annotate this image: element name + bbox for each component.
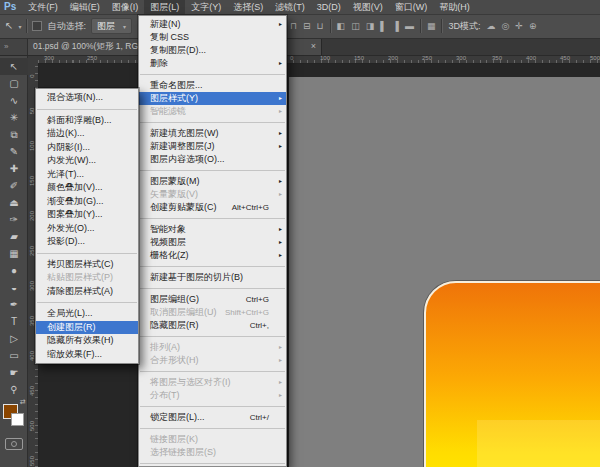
3d-orbit-icon[interactable]: ☁ — [486, 21, 495, 31]
pen-tool[interactable]: ✒ — [0, 296, 28, 313]
menu-item-label: 图案叠加(Y)... — [47, 208, 103, 222]
hand-tool[interactable]: ☛ — [0, 364, 28, 381]
quick-mask-button[interactable] — [5, 438, 23, 450]
align-right-edges-icon[interactable]: ◨ — [366, 21, 375, 31]
menubar-item[interactable]: 窗口(W) — [389, 0, 434, 14]
auto-align-layers-icon[interactable]: ▦ — [427, 21, 436, 31]
menu-item[interactable]: 缩放效果(F)... — [36, 348, 138, 362]
menubar-item[interactable]: 图像(I) — [106, 0, 145, 14]
menu-item[interactable]: 斜面和浮雕(B)... — [36, 114, 138, 128]
marquee-tool[interactable]: ▢ — [0, 75, 28, 92]
hand-tool-icon: ☛ — [10, 367, 19, 378]
menubar-item[interactable]: 文件(F) — [22, 0, 64, 14]
menu-item[interactable]: 新建(N)► — [139, 18, 286, 31]
menu-item[interactable]: 创建图层(R) — [36, 321, 138, 335]
healing-brush-tool[interactable]: ✚ — [0, 160, 28, 177]
menu-item[interactable]: 图案叠加(Y)... — [36, 208, 138, 222]
menubar-item[interactable]: 视图(V) — [347, 0, 389, 14]
options-divider — [26, 19, 27, 33]
menu-item[interactable]: 隐藏所有效果(H) — [36, 334, 138, 348]
document-tab-bar: » 01.psd @ 100%(矩形 1, RGB/8)* × — [0, 38, 600, 56]
menu-item-label: 将图层与选区对齐(I) — [150, 376, 231, 389]
menubar-item[interactable]: 文字(Y) — [185, 0, 227, 14]
menu-item[interactable]: 光泽(T)... — [36, 168, 138, 182]
menu-item[interactable]: 复制图层(D)... — [139, 44, 286, 57]
photoshop-logo: Ps — [4, 0, 16, 14]
tool-preset-caret-icon[interactable]: ▾ — [18, 23, 21, 30]
menubar-item[interactable]: 滤镜(T) — [269, 0, 311, 14]
align-bottom-edges-icon[interactable]: ⊔ — [317, 21, 324, 31]
3d-roll-icon[interactable]: ◎ — [501, 21, 509, 31]
menu-item[interactable]: 清除图层样式(A) — [36, 285, 138, 299]
menubar-item[interactable]: 图层(L) — [144, 0, 185, 14]
align-horizontal-centers-icon[interactable]: ◫ — [351, 21, 360, 31]
menubar-item[interactable]: 选择(S) — [227, 0, 269, 14]
auto-select-checkbox[interactable] — [32, 21, 42, 31]
zoom-tool[interactable]: ⚲ — [0, 381, 28, 398]
menu-item[interactable]: 锁定图层(L)...Ctrl+/ — [139, 411, 286, 424]
3d-pan-icon[interactable]: ✛ — [515, 21, 523, 31]
menu-item[interactable]: 渐变叠加(G)... — [36, 195, 138, 209]
path-selection-tool-icon: ▷ — [10, 333, 18, 344]
align-top-edges-icon[interactable]: ⊓ — [290, 21, 297, 31]
menu-item[interactable]: 隐藏图层(R)Ctrl+, — [139, 319, 286, 332]
crop-tool[interactable]: ⧉ — [0, 126, 28, 143]
menu-item[interactable]: 内发光(W)... — [36, 154, 138, 168]
swap-colors-icon[interactable]: ⇄ — [20, 398, 26, 406]
menu-item[interactable]: 复制 CSS — [139, 31, 286, 44]
history-brush-tool[interactable]: ✑ — [0, 211, 28, 228]
menu-item[interactable]: 拷贝图层样式(C) — [36, 258, 138, 272]
move-tool[interactable]: ↖ — [0, 58, 28, 75]
submenu-arrow-icon: ► — [276, 92, 283, 105]
brush-tool-icon: ✐ — [10, 180, 18, 191]
menubar-item[interactable]: 编辑(E) — [64, 0, 106, 14]
tab-close-icon[interactable]: × — [311, 38, 316, 55]
menu-item: 将图层与选区对齐(I)► — [139, 376, 286, 389]
menu-item[interactable]: 新建调整图层(J)► — [139, 140, 286, 153]
menu-item[interactable]: 图层样式(Y)► — [139, 92, 286, 105]
menu-item[interactable]: 颜色叠加(V)... — [36, 181, 138, 195]
menu-item[interactable]: 内阴影(I)... — [36, 141, 138, 155]
menu-item[interactable]: 栅格化(Z)► — [139, 249, 286, 262]
tools-panel-header[interactable]: » — [0, 38, 28, 55]
menu-item[interactable]: 混合选项(N)... — [36, 91, 138, 105]
menu-item[interactable]: 重命名图层... — [139, 79, 286, 92]
auto-select-dropdown[interactable]: 图层 ▾ — [91, 18, 132, 34]
align-left-edges-icon[interactable]: ◧ — [337, 21, 346, 31]
type-tool[interactable]: T — [0, 313, 28, 330]
distribute-left-edges-icon[interactable]: ▌ — [380, 21, 386, 31]
menu-item-label: 栅格化(Z) — [150, 249, 189, 262]
menu-item[interactable]: 图层编组(G)Ctrl+G — [139, 293, 286, 306]
3d-slide-icon[interactable]: ⊕ — [529, 21, 537, 31]
menu-item[interactable]: 新建基于图层的切片(B) — [139, 271, 286, 284]
gradient-tool[interactable]: ▦ — [0, 245, 28, 262]
eraser-tool[interactable]: ▰ — [0, 228, 28, 245]
menubar-item[interactable]: 3D(D) — [311, 0, 347, 14]
lasso-tool[interactable]: ∿ — [0, 92, 28, 109]
menu-item[interactable]: 描边(K)... — [36, 127, 138, 141]
menu-item[interactable]: 外发光(O)... — [36, 222, 138, 236]
menu-item[interactable]: 全局光(L)... — [36, 307, 138, 321]
menu-item[interactable]: 智能对象► — [139, 223, 286, 236]
dodge-tool[interactable]: ◒ — [0, 279, 28, 296]
submenu-arrow-icon: ► — [276, 389, 283, 402]
align-vertical-centers-icon[interactable]: ⊟ — [303, 21, 311, 31]
eyedropper-tool[interactable]: ✎ — [0, 143, 28, 160]
menu-item[interactable]: 创建剪贴蒙版(C)Alt+Ctrl+G — [139, 201, 286, 214]
menu-item[interactable]: 图层内容选项(O)... — [139, 153, 286, 166]
menu-item[interactable]: 删除► — [139, 57, 286, 70]
brush-tool[interactable]: ✐ — [0, 177, 28, 194]
quick-selection-tool[interactable]: ✳ — [0, 109, 28, 126]
menu-item[interactable]: 图层蒙版(M)► — [139, 175, 286, 188]
menu-item[interactable]: 新建填充图层(W)► — [139, 127, 286, 140]
menu-item[interactable]: 投影(D)... — [36, 235, 138, 249]
blur-tool[interactable]: ● — [0, 262, 28, 279]
menubar-item[interactable]: 帮助(H) — [433, 0, 476, 14]
background-color-swatch[interactable] — [11, 413, 24, 426]
path-selection-tool[interactable]: ▷ — [0, 330, 28, 347]
menu-item[interactable]: 视频图层► — [139, 236, 286, 249]
distribute-bottom-edges-icon[interactable]: ▬ — [405, 21, 414, 31]
clone-stamp-tool[interactable]: ⏏ — [0, 194, 28, 211]
shape-tool[interactable]: ▭ — [0, 347, 28, 364]
distribute-right-edges-icon[interactable]: ▐ — [393, 21, 399, 31]
